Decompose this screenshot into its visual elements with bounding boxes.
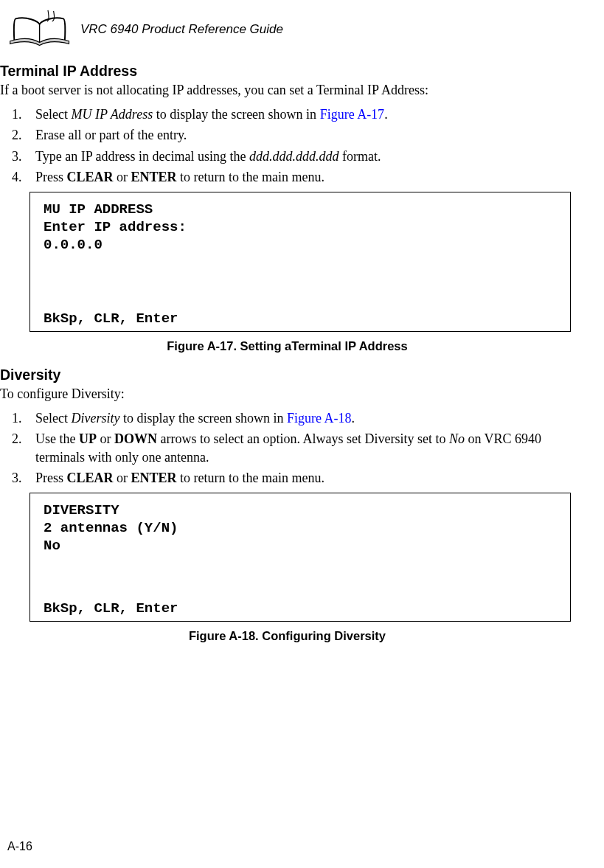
section-heading-diversity: Diversity — [0, 367, 575, 383]
section1-steps: Select MU IP Address to display the scre… — [25, 105, 575, 186]
list-item: Type an IP address in decimal using the … — [25, 147, 575, 165]
terminal-line: DIVERSITY — [44, 502, 557, 520]
terminal-footer: BkSp, CLR, Enter — [44, 310, 557, 327]
figure-caption-a18: Figure A-18. Configuring Diversity — [0, 629, 575, 643]
page-header: VRC 6940 Product Reference Guide — [0, 0, 604, 60]
header-title: VRC 6940 Product Reference Guide — [80, 22, 283, 37]
figure-link-a17[interactable]: Figure A-17 — [320, 107, 385, 122]
section2-lead: To configure Diversity: — [0, 386, 575, 402]
list-item: Select MU IP Address to display the scre… — [25, 105, 575, 123]
list-item: Use the UP or DOWN arrows to select an o… — [25, 430, 575, 466]
list-item: Press CLEAR or ENTER to return to the ma… — [25, 469, 575, 487]
page-number: A-16 — [7, 840, 32, 853]
list-item: Erase all or part of the entry. — [25, 126, 575, 144]
terminal-line: Enter IP address: — [44, 219, 557, 237]
section2-steps: Select Diversity to display the screen s… — [25, 409, 575, 487]
figure-caption-a17: Figure A-17. Setting aTerminal IP Addres… — [0, 339, 575, 353]
terminal-footer: BkSp, CLR, Enter — [44, 600, 557, 617]
terminal-top: DIVERSITY 2 antennas (Y/N) No — [44, 502, 557, 555]
section-heading-terminal-ip: Terminal IP Address — [0, 63, 575, 80]
section1-lead: If a boot server is not allocating IP ad… — [0, 83, 575, 98]
terminal-line: 0.0.0.0 — [44, 237, 557, 254]
list-item: Press CLEAR or ENTER to return to the ma… — [25, 168, 575, 186]
terminal-top: MU IP ADDRESS Enter IP address: 0.0.0.0 — [44, 201, 557, 254]
terminal-line: No — [44, 538, 557, 555]
terminal-line: MU IP ADDRESS — [44, 201, 557, 219]
terminal-ip-screen: MU IP ADDRESS Enter IP address: 0.0.0.0 … — [29, 192, 571, 332]
page: VRC 6940 Product Reference Guide Termina… — [0, 0, 604, 868]
terminal-diversity-screen: DIVERSITY 2 antennas (Y/N) No BkSp, CLR,… — [29, 493, 571, 622]
list-item: Select Diversity to display the screen s… — [25, 409, 575, 427]
book-icon — [6, 9, 76, 49]
figure-link-a18[interactable]: Figure A-18 — [287, 411, 352, 426]
terminal-line: 2 antennas (Y/N) — [44, 520, 557, 538]
content: Terminal IP Address If a boot server is … — [0, 63, 604, 643]
